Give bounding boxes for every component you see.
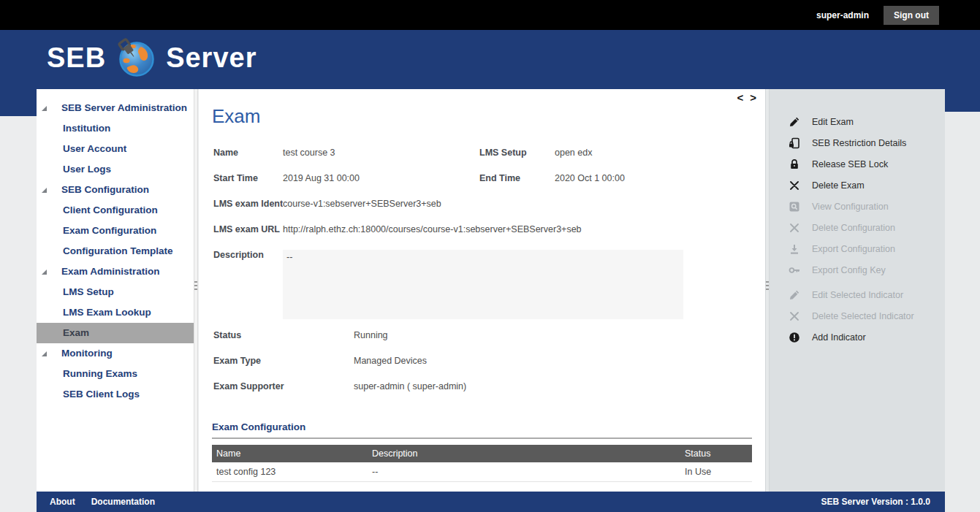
- add-indicator-action[interactable]: Add Indicator: [770, 326, 945, 348]
- header-left-wing: [0, 89, 37, 116]
- cell-name: test config 123: [216, 462, 276, 482]
- scrollbar-grip[interactable]: [194, 281, 197, 292]
- field-end-time-value: 2020 Oct 1 00:00: [555, 173, 625, 183]
- sidebar-item-exam-configuration[interactable]: Exam Configuration: [37, 221, 194, 241]
- key-icon: [789, 264, 801, 276]
- brand-text-server: Server: [166, 42, 257, 74]
- delete-icon: [789, 221, 801, 234]
- field-lms-exam-url-label: LMS exam URL: [213, 224, 283, 234]
- export-icon: [789, 242, 801, 255]
- column-header-name: Name: [216, 445, 240, 462]
- field-exam-supporter-value: super-admin ( super-admin): [354, 381, 466, 391]
- delete-icon: [789, 310, 801, 322]
- field-exam-type: Exam TypeManaged Devices: [213, 356, 427, 366]
- field-start-time-label: Start Time: [213, 173, 283, 183]
- column-header-status: Status: [685, 445, 710, 462]
- table-row[interactable]: test config 123 -- In Use: [212, 462, 752, 482]
- field-lms-exam-identifier: LMS exam Identifiercourse-v1:sebserver+S…: [213, 199, 441, 209]
- nav-back-icon[interactable]: <: [737, 91, 743, 104]
- cell-description: --: [372, 462, 378, 482]
- view-configuration-action: View Configuration: [770, 196, 945, 217]
- field-lms-setup-label: LMS Setup: [479, 148, 555, 158]
- exam-configuration-section-title: Exam Configuration: [212, 421, 305, 432]
- lock-icon: [789, 158, 801, 170]
- sidebar-item-institution[interactable]: Institution: [37, 118, 194, 139]
- sidebar-item-seb-server-administration[interactable]: SEB Server Administration: [37, 98, 194, 118]
- documentation-link[interactable]: Documentation: [91, 497, 155, 507]
- field-name: Nametest course 3: [213, 148, 335, 158]
- sidebar-item-user-logs[interactable]: User Logs: [37, 159, 194, 180]
- action-panel: Edit Exam SEB Restriction Details Releas…: [770, 89, 945, 492]
- field-lms-exam-identifier-value: course-v1:sebserver+SEBServer3+seb: [283, 199, 441, 209]
- view-configuration-icon: [789, 200, 801, 213]
- field-lms-exam-url-value: http://ralph.ethz.ch:18000/courses/cours…: [283, 224, 582, 234]
- field-exam-supporter: Exam Supportersuper-admin ( super-admin): [213, 381, 466, 391]
- description-textarea: --: [283, 250, 683, 319]
- logged-in-username: super-admin: [816, 10, 869, 20]
- sidebar-item-seb-client-logs[interactable]: SEB Client Logs: [37, 384, 194, 405]
- field-start-time-value: 2019 Aug 31 00:00: [283, 173, 360, 183]
- delete-configuration-action: Delete Configuration: [770, 217, 945, 238]
- column-header-description: Description: [372, 445, 418, 462]
- field-description-label: Description: [213, 250, 283, 260]
- restriction-details-icon: [789, 137, 801, 149]
- sidebar-item-lms-exam-lookup[interactable]: LMS Exam Lookup: [37, 302, 194, 323]
- field-lms-exam-url: LMS exam URLhttp://ralph.ethz.ch:18000/c…: [213, 224, 582, 234]
- globe-lock-icon: [116, 38, 156, 77]
- sidebar-content-scrollbar[interactable]: [194, 89, 198, 492]
- sign-out-button[interactable]: Sign out: [884, 6, 939, 25]
- header-right-wing: [945, 89, 980, 112]
- sidebar-item-monitoring[interactable]: Monitoring: [37, 343, 194, 364]
- sidebar-item-client-configuration[interactable]: Client Configuration: [37, 200, 194, 221]
- sidebar-item-seb-configuration[interactable]: SEB Configuration: [37, 180, 194, 200]
- cell-status: In Use: [685, 462, 711, 482]
- about-link[interactable]: About: [50, 497, 75, 507]
- exam-detail-panel: < > Exam Nametest course 3 LMS Setupopen…: [199, 89, 765, 492]
- field-start-time: Start Time2019 Aug 31 00:00: [213, 173, 360, 183]
- expand-caret-icon[interactable]: [42, 106, 47, 111]
- sidebar-navigation: SEB Server Administration Institution Us…: [37, 89, 194, 492]
- sidebar-item-exam[interactable]: Exam: [37, 323, 194, 343]
- exam-configuration-table-header: Name Description Status: [212, 445, 752, 462]
- section-divider: [212, 438, 752, 439]
- add-indicator-icon: [789, 331, 801, 343]
- field-lms-setup-value: open edx: [555, 148, 592, 158]
- pencil-icon: [789, 289, 801, 301]
- sidebar-item-running-exams[interactable]: Running Exams: [37, 364, 194, 384]
- field-description: Description: [213, 250, 283, 260]
- delete-exam-action[interactable]: Delete Exam: [770, 175, 945, 196]
- field-exam-type-value: Managed Devices: [354, 356, 427, 366]
- edit-exam-action[interactable]: Edit Exam: [770, 111, 945, 132]
- field-lms-exam-identifier-label: LMS exam Identifier: [213, 199, 283, 209]
- delete-selected-indicator-action: Delete Selected Indicator: [770, 305, 945, 326]
- field-lms-setup: LMS Setupopen edx: [479, 148, 592, 158]
- expand-caret-icon[interactable]: [42, 188, 47, 193]
- expand-caret-icon[interactable]: [42, 270, 47, 275]
- scrollbar-grip[interactable]: [766, 281, 769, 292]
- expand-caret-icon[interactable]: [42, 351, 47, 356]
- field-status: StatusRunning: [213, 330, 388, 340]
- seb-restriction-details-action[interactable]: SEB Restriction Details: [770, 132, 945, 153]
- export-configuration-action: Export Configuration: [770, 238, 945, 259]
- export-config-key-action: Export Config Key: [770, 259, 945, 280]
- release-seb-lock-action[interactable]: Release SEB Lock: [770, 153, 945, 175]
- sidebar-item-exam-administration[interactable]: Exam Administration: [37, 261, 194, 282]
- right-margin-strip: [945, 112, 980, 512]
- page-navigation: < >: [737, 91, 756, 104]
- field-exam-supporter-label: Exam Supporter: [213, 381, 354, 391]
- sidebar-item-lms-setup[interactable]: LMS Setup: [37, 282, 194, 302]
- brand-text-seb: SEB: [47, 42, 106, 74]
- seb-server-logo: SEB Server: [47, 38, 257, 77]
- sidebar-item-configuration-template[interactable]: Configuration Template: [37, 241, 194, 261]
- field-end-time: End Time2020 Oct 1 00:00: [479, 173, 625, 183]
- delete-icon: [789, 179, 801, 191]
- sidebar-item-user-account[interactable]: User Account: [37, 139, 194, 159]
- nav-forward-icon[interactable]: >: [750, 91, 756, 104]
- field-end-time-label: End Time: [479, 173, 555, 183]
- edit-selected-indicator-action: Edit Selected Indicator: [770, 284, 945, 305]
- top-bar: super-admin Sign out: [0, 0, 980, 30]
- field-status-label: Status: [213, 330, 354, 340]
- version-label: SEB Server Version : 1.0.0: [821, 497, 930, 507]
- footer-bar: About Documentation SEB Server Version :…: [37, 492, 945, 512]
- field-status-value: Running: [354, 330, 388, 340]
